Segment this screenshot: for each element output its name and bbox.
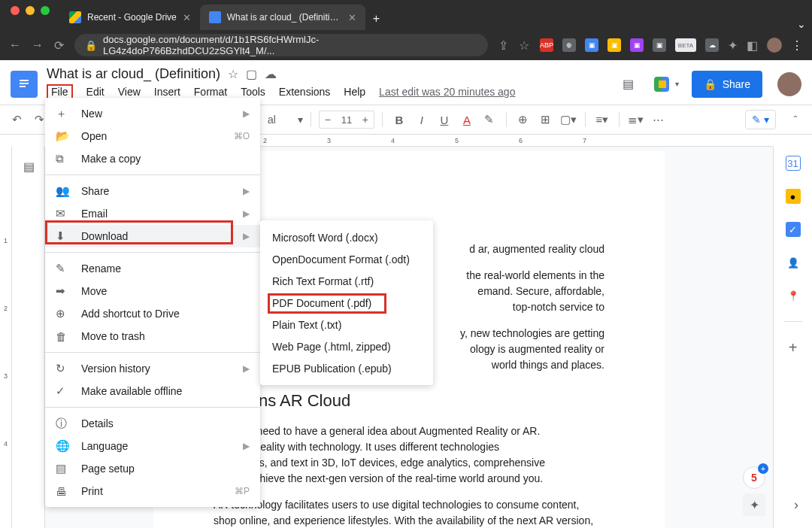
share-icon[interactable]: ⇪ (498, 38, 508, 53)
docs-logo-icon[interactable] (11, 71, 38, 98)
menu-download[interactable]: ⬇Download▶ (45, 225, 260, 247)
comment-icon[interactable]: ⊞ (537, 111, 555, 129)
close-icon[interactable]: ✕ (183, 12, 191, 23)
minimize-icon[interactable] (26, 6, 35, 15)
menu-version-history[interactable]: ↻Version history▶ (45, 357, 260, 380)
chevron-down-icon[interactable]: ⌄ (791, 18, 812, 30)
more-icon[interactable]: ⋯ (650, 111, 668, 129)
comments-icon[interactable]: ▤ (615, 71, 642, 98)
font-name[interactable]: al (268, 114, 276, 126)
menu-print[interactable]: 🖶Print⌘P (45, 480, 260, 502)
ext-icon[interactable]: ▣ (585, 38, 598, 52)
ext-icon[interactable]: ☁ (705, 38, 719, 52)
star-icon[interactable]: ☆ (519, 38, 529, 53)
font-size[interactable]: − 11 + (319, 111, 374, 129)
menu-share[interactable]: 👥Share▶ (45, 180, 260, 202)
line-spacing-icon[interactable]: ≣▾ (627, 111, 645, 129)
keep-icon[interactable]: ● (786, 189, 801, 204)
menu-trash[interactable]: 🗑Move to trash (45, 325, 260, 347)
menu-offline[interactable]: ✓Make available offline (45, 380, 260, 402)
close-icon[interactable]: ✕ (348, 12, 356, 23)
menu-rename[interactable]: ✎Rename (45, 257, 260, 280)
font-size-value[interactable]: 11 (336, 114, 357, 126)
bold-icon[interactable]: B (390, 111, 408, 129)
svg-rect-1 (20, 80, 29, 81)
abp-icon[interactable]: ABP (540, 38, 553, 52)
menu-language[interactable]: 🌐Language▶ (45, 435, 260, 457)
tab-drive[interactable]: Recent - Google Drive ✕ (60, 5, 200, 30)
svg-rect-6 (659, 80, 666, 88)
submenu-pdf[interactable]: PDF Document (.pdf) (260, 292, 433, 314)
last-edit-link[interactable]: Last edit was 20 minutes ago (379, 86, 515, 98)
docs-icon (209, 11, 221, 23)
align-icon[interactable]: ≡▾ (593, 111, 611, 129)
avatar[interactable] (777, 72, 801, 96)
ext-icon[interactable]: ⊕ (562, 38, 576, 52)
panel-icon[interactable]: ◧ (747, 38, 758, 53)
menu-make-copy[interactable]: ⧉Make a copy (45, 147, 260, 170)
menu-help[interactable]: Help (344, 86, 365, 98)
vdots-icon[interactable]: ⋮ (791, 38, 803, 53)
menu-open[interactable]: 📂Open⌘O (45, 125, 260, 147)
menu-tools[interactable]: Tools (241, 86, 265, 98)
menu-move[interactable]: ➡Move (45, 280, 260, 302)
maximize-icon[interactable] (41, 6, 50, 15)
maps-icon[interactable]: 📍 (786, 288, 801, 303)
tasks-icon[interactable]: ✓ (786, 222, 801, 237)
submenu-rtf[interactable]: Rich Text Format (.rtf) (260, 270, 433, 292)
share-button[interactable]: 🔒 Share (692, 71, 762, 98)
menu-insert[interactable]: Insert (154, 86, 180, 98)
beta-badge[interactable]: BETA (675, 38, 696, 52)
ext-icon[interactable]: ▣ (630, 38, 644, 52)
svg-rect-2 (20, 83, 29, 84)
avatar[interactable] (767, 38, 782, 53)
calendar-icon[interactable]: 31 (786, 156, 801, 171)
menu-new[interactable]: ＋New▶ (45, 102, 260, 125)
chevron-right-icon[interactable]: › (794, 497, 798, 513)
puzzle-icon[interactable]: ✦ (728, 38, 738, 53)
menu-format[interactable]: Format (194, 86, 227, 98)
menu-email[interactable]: ✉Email▶ (45, 202, 260, 225)
omnibox[interactable]: 🔒 docs.google.com/document/d/1b1RS6fcHWr… (74, 34, 488, 56)
menu-edit[interactable]: Edit (86, 86, 105, 98)
contacts-icon[interactable]: 👤 (786, 255, 801, 270)
menu-add-shortcut[interactable]: ⊕Add shortcut to Drive (45, 302, 260, 325)
plus-icon[interactable]: + (357, 111, 374, 128)
minus-icon[interactable]: − (320, 111, 336, 128)
doc-title[interactable]: What is ar cloud_ (Definition) (47, 66, 220, 82)
italic-icon[interactable]: I (413, 111, 431, 129)
menu-extensions[interactable]: Extensions (279, 86, 330, 98)
forward-icon[interactable]: → (32, 38, 44, 52)
menu-view[interactable]: View (118, 86, 141, 98)
close-icon[interactable] (11, 6, 20, 15)
submenu-txt[interactable]: Plain Text (.txt) (260, 314, 433, 335)
chevron-up-icon[interactable]: ˆ (786, 111, 804, 129)
explore-button[interactable]: ✦ (743, 493, 765, 516)
highlight-icon[interactable]: ✎ (480, 111, 498, 129)
edit-mode-button[interactable]: ✎▾ (745, 110, 776, 129)
underline-icon[interactable]: U (435, 111, 453, 129)
link-icon[interactable]: ⊕ (514, 111, 532, 129)
submenu-html[interactable]: Web Page (.html, zipped) (260, 335, 433, 357)
menu-page-setup[interactable]: ▤Page setup (45, 457, 260, 480)
text-color-icon[interactable]: A (458, 111, 476, 129)
ext-icon[interactable]: ▣ (653, 38, 666, 52)
meet-button[interactable]: ▾ (651, 71, 683, 98)
star-icon[interactable]: ☆ (228, 67, 238, 81)
ext-icon[interactable]: ▣ (607, 38, 621, 52)
submenu-odt[interactable]: OpenDocument Format (.odt) (260, 248, 433, 270)
menu-details[interactable]: ⓘDetails (45, 412, 260, 435)
cloud-icon[interactable]: ☁ (265, 67, 277, 81)
plus-icon[interactable]: + (786, 340, 801, 355)
tab-docs[interactable]: What is ar cloud_ (Definition) - ✕ (200, 5, 365, 30)
undo-icon[interactable]: ↶ (8, 111, 26, 129)
outline-icon[interactable]: ▤ (15, 153, 42, 180)
image-icon[interactable]: ▢▾ (559, 111, 577, 129)
back-icon[interactable]: ← (9, 38, 21, 52)
submenu-docx[interactable]: Microsoft Word (.docx) (260, 226, 433, 248)
menu-file[interactable]: File (47, 84, 73, 99)
reload-icon[interactable]: ⟳ (54, 38, 64, 53)
move-icon[interactable]: ▢ (246, 67, 257, 81)
submenu-epub[interactable]: EPUB Publication (.epub) (260, 357, 433, 379)
new-tab-button[interactable]: + (365, 8, 387, 30)
